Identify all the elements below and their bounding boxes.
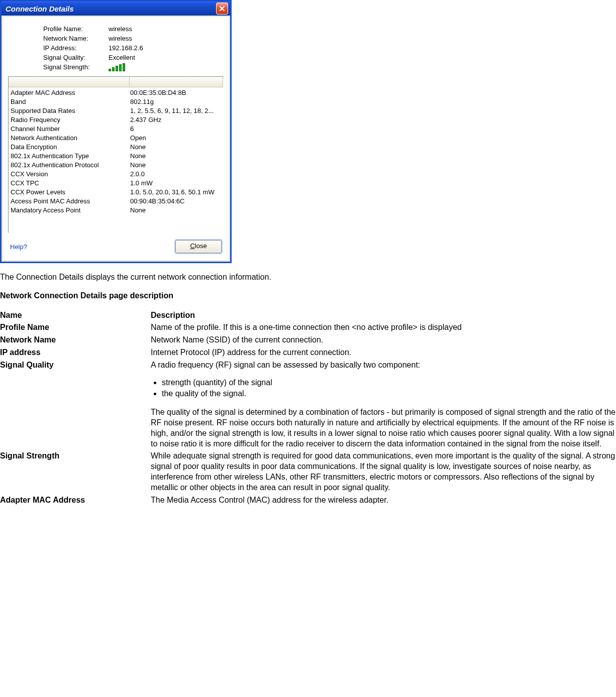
summary-value: wireless xyxy=(109,25,132,33)
detail-label: Band xyxy=(11,97,130,106)
list-header[interactable] xyxy=(9,77,223,87)
detail-label: Channel Number xyxy=(11,125,130,134)
table-row: Network Name Network Name (SSID) of the … xyxy=(0,334,616,346)
detail-label: Network Authentication xyxy=(11,134,130,143)
list-body: Adapter MAC Address00:0E:35:0B:D4:8BBand… xyxy=(9,87,223,216)
row-name: Adapter MAC Address xyxy=(0,494,151,507)
summary-value: wireless xyxy=(109,35,132,42)
detail-label: CCX TPC xyxy=(11,179,130,188)
connection-details-dialog: Connection Details Profile Name: wireles… xyxy=(0,0,232,263)
col-header-desc: Description xyxy=(151,309,616,322)
window-title: Connection Details xyxy=(6,5,74,13)
list-row[interactable]: Adapter MAC Address00:0E:35:0B:D4:8B xyxy=(11,88,221,97)
signal-strength-icon xyxy=(109,63,125,71)
sq-intro: A radio frequency (RF) signal can be ass… xyxy=(151,361,420,369)
summary-row: Signal Quality: Excellent xyxy=(43,53,224,62)
description-table: Name Description Profile Name Name of th… xyxy=(0,309,616,507)
detail-value: 2.437 GHz xyxy=(130,115,221,125)
detail-value: None xyxy=(130,143,221,152)
summary-row: Network Name: wireless xyxy=(43,34,224,43)
dialog-footer: Help? Close xyxy=(8,233,224,255)
detail-label: CCX Power Levels xyxy=(11,188,130,197)
list-row[interactable]: 802.1x Authentication TypeNone xyxy=(11,152,221,161)
summary-section: Profile Name: wireless Network Name: wir… xyxy=(8,21,224,76)
list-row[interactable]: 802.1x Authentication ProtocolNone xyxy=(11,161,221,170)
detail-value: Open xyxy=(130,134,221,143)
row-name: Profile Name xyxy=(0,321,151,334)
list-row[interactable]: Band802.11g xyxy=(11,97,221,106)
row-name: Network Name xyxy=(0,334,151,346)
table-row: Signal Quality A radio frequency (RF) si… xyxy=(0,359,616,450)
list-header-col[interactable] xyxy=(9,77,130,87)
detail-label: Radio Frequency xyxy=(11,115,130,125)
row-desc: A radio frequency (RF) signal can be ass… xyxy=(151,359,616,450)
detail-label: Mandatory Access Point xyxy=(11,206,130,215)
list-row[interactable]: Radio Frequency2.437 GHz xyxy=(11,115,221,125)
table-row: Signal Strength While adequate signal st… xyxy=(0,450,616,494)
table-row: Adapter MAC Address The Media Access Con… xyxy=(0,494,616,507)
detail-value: 6 xyxy=(130,125,221,134)
detail-label: 802.1x Authentication Protocol xyxy=(11,161,130,170)
row-desc: Name of the profile. If this is a one-ti… xyxy=(151,321,616,334)
list-row[interactable]: Mandatory Access PointNone xyxy=(11,206,221,215)
summary-label: Signal Strength: xyxy=(43,63,109,71)
intro-text: The Connection Details displays the curr… xyxy=(0,272,616,283)
detail-value: 802.11g xyxy=(130,97,221,106)
detail-value: None xyxy=(130,161,221,170)
dialog-body: Profile Name: wireless Network Name: wir… xyxy=(3,17,229,260)
row-name: IP address xyxy=(0,346,151,359)
table-row: IP address Internet Protocol (IP) addres… xyxy=(0,346,616,359)
summary-label: Profile Name: xyxy=(43,25,109,33)
list-row[interactable]: Data EncryptionNone xyxy=(11,143,221,152)
summary-label: Signal Quality: xyxy=(43,54,109,61)
list-row[interactable]: CCX Power Levels1.0, 5.0, 20.0, 31.6, 50… xyxy=(11,188,221,197)
detail-label: 802.1x Authentication Type xyxy=(11,152,130,161)
close-icon[interactable] xyxy=(216,3,228,15)
list-row[interactable]: Channel Number6 xyxy=(11,125,221,134)
summary-label: Network Name: xyxy=(43,35,109,42)
section-heading: Network Connection Details page descript… xyxy=(0,291,616,301)
row-desc: The Media Access Control (MAC) address f… xyxy=(151,494,616,507)
list-row[interactable]: CCX Version2.0.0 xyxy=(11,170,221,179)
detail-value: 00:90:4B:35:04:6C xyxy=(130,197,221,206)
summary-row: Profile Name: wireless xyxy=(43,24,224,34)
detail-value: 00:0E:35:0B:D4:8B xyxy=(130,88,221,97)
detail-value: 1.0, 5.0, 20.0, 31.6, 50.1 mW xyxy=(130,188,221,197)
list-row[interactable]: Supported Data Rates1, 2, 5.5, 6, 9, 11,… xyxy=(11,106,221,115)
row-name: Signal Strength xyxy=(0,450,151,494)
detail-value: 1, 2, 5.5, 6, 9, 11, 12, 18, 2... xyxy=(130,106,221,115)
row-name: Signal Quality xyxy=(0,359,151,450)
list-header-col[interactable] xyxy=(130,77,223,87)
details-listbox[interactable]: Adapter MAC Address00:0E:35:0B:D4:8BBand… xyxy=(8,76,224,233)
col-header-name: Name xyxy=(0,309,151,322)
list-row[interactable]: Access Point MAC Address00:90:4B:35:04:6… xyxy=(11,197,221,206)
detail-value: None xyxy=(130,206,221,215)
titlebar[interactable]: Connection Details xyxy=(2,2,230,16)
list-item: the quality of the signal. xyxy=(162,389,616,400)
close-button-rest: lose xyxy=(195,242,207,250)
summary-value: 192.168.2.6 xyxy=(109,44,143,52)
detail-label: Adapter MAC Address xyxy=(11,88,130,97)
close-button[interactable]: Close xyxy=(175,240,222,253)
row-desc: While adequate signal strength is requir… xyxy=(151,450,616,494)
row-desc: Internet Protocol (IP) address for the c… xyxy=(151,346,616,359)
list-row[interactable]: CCX TPC1.0 mW xyxy=(11,179,221,188)
summary-label: IP Address: xyxy=(43,44,109,52)
detail-value: 2.0.0 xyxy=(130,170,221,179)
detail-value: None xyxy=(130,152,221,161)
summary-row: IP Address: 192.168.2.6 xyxy=(43,43,224,53)
help-link[interactable]: Help? xyxy=(10,243,27,251)
summary-value: Excellent xyxy=(109,54,135,61)
detail-label: Data Encryption xyxy=(11,143,130,152)
detail-label: Access Point MAC Address xyxy=(11,197,130,206)
list-item: strength (quantity) of the signal xyxy=(162,378,616,389)
detail-label: Supported Data Rates xyxy=(11,106,130,115)
table-row: Profile Name Name of the profile. If thi… xyxy=(0,321,616,334)
sq-bullets: strength (quantity) of the signal the qu… xyxy=(162,378,616,401)
summary-row: Signal Strength: xyxy=(43,62,224,72)
document-body: The Connection Details displays the curr… xyxy=(0,263,616,506)
sq-body: The quality of the signal is determined … xyxy=(151,408,615,447)
list-row[interactable]: Network AuthenticationOpen xyxy=(11,134,221,143)
table-header-row: Name Description xyxy=(0,309,616,322)
row-desc: Network Name (SSID) of the current conne… xyxy=(151,334,616,346)
